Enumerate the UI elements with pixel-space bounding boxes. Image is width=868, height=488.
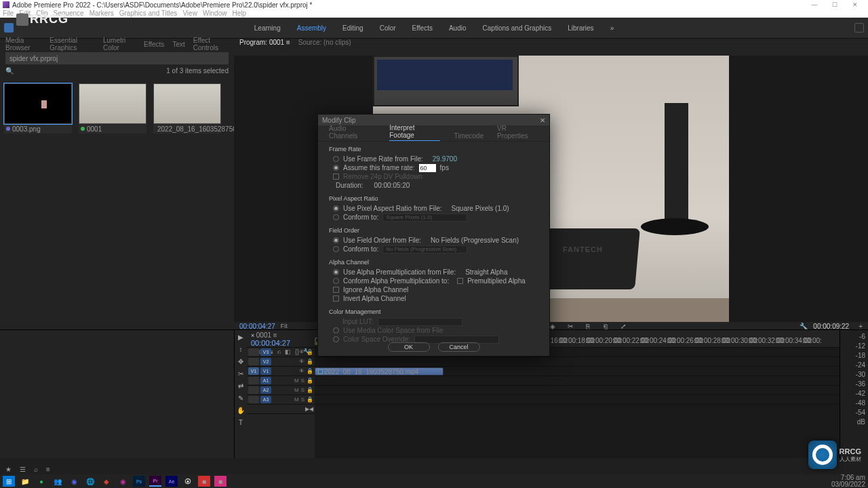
ws-assembly[interactable]: Assembly	[297, 24, 326, 32]
start-button[interactable]: ⊞	[3, 476, 15, 487]
tb-app3[interactable]: ■	[198, 476, 210, 487]
ws-captions[interactable]: Captions and Graphics	[483, 24, 552, 32]
radio-fps-assume[interactable]	[333, 165, 339, 171]
system-clock[interactable]: 7:06 am 03/09/2022	[831, 474, 865, 488]
menu-view[interactable]: View	[182, 9, 197, 18]
track-header-v2[interactable]: V2👁🔒	[247, 357, 315, 367]
dialog-close-icon[interactable]: ✕	[540, 117, 545, 124]
tb-premiere[interactable]: Pr	[149, 476, 161, 487]
tab-audio-channels[interactable]: Audio Channels	[329, 125, 376, 141]
track-lanes[interactable]: 2022_08_16_1603528750.mp4	[315, 348, 840, 458]
menu-file[interactable]: File	[3, 9, 14, 18]
program-tabs: Program: 0001 ≡ Source: (no clips)	[234, 39, 868, 46]
tab-program[interactable]: Program: 0001 ≡	[239, 39, 290, 46]
maximize-button[interactable]: ☐	[825, 1, 845, 8]
bin-breadcrumb[interactable]: spider vfx.prproj	[5, 52, 229, 64]
sort-icon[interactable]: ≡	[46, 466, 50, 473]
search-icon[interactable]: 🔍	[5, 67, 14, 75]
radio-field-file[interactable]	[333, 237, 339, 243]
track-header-v3[interactable]: V3👁🔒	[247, 348, 315, 357]
tb-chrome[interactable]: 🌐	[84, 476, 96, 487]
hand-tool[interactable]: ✋	[237, 406, 245, 414]
tb-aftereffects[interactable]: Ae	[165, 476, 178, 487]
tb-app1[interactable]: ◆	[100, 476, 113, 487]
ws-audio[interactable]: Audio	[449, 24, 467, 32]
tab-timecode[interactable]: Timecode	[454, 132, 484, 141]
ws-libraries[interactable]: Libraries	[568, 24, 593, 32]
menu-window[interactable]: Window	[203, 9, 227, 18]
menu-graphics[interactable]: Graphics and Titles	[119, 9, 178, 18]
tab-source[interactable]: Source: (no clips)	[298, 39, 351, 46]
tb-explorer[interactable]: 📁	[19, 476, 31, 487]
tb-photoshop[interactable]: Ps	[133, 476, 145, 487]
project-item[interactable]: 0003.png	[4, 83, 72, 134]
list-view-icon[interactable]: ★	[5, 466, 12, 473]
menu-markers[interactable]: Markers	[90, 9, 114, 18]
track-select-tool[interactable]: ↕	[237, 345, 245, 353]
radio-field-conform[interactable]	[333, 246, 339, 252]
check-invert-alpha[interactable]	[333, 296, 339, 302]
tb-app4[interactable]: ■	[214, 476, 226, 487]
radio-par-conform[interactable]	[333, 214, 339, 220]
settings-icon[interactable]: 🔧	[800, 323, 808, 330]
tab-text[interactable]: Text	[172, 41, 184, 48]
assume-fps-input[interactable]	[419, 164, 436, 172]
ok-button[interactable]: OK	[388, 342, 430, 352]
export-icon[interactable]	[854, 23, 864, 33]
fit-dropdown[interactable]: Fit	[281, 323, 288, 329]
track-header-a3[interactable]: A3MS🔒	[247, 395, 315, 405]
playhead-timecode-tl[interactable]: 00:00:04:27	[251, 339, 311, 347]
track-header-a2[interactable]: A2MS🔒	[247, 386, 315, 395]
track-header-v1[interactable]: V1V1👁🔒	[247, 367, 315, 376]
home-button[interactable]	[4, 23, 14, 33]
radio-alpha-file[interactable]	[333, 269, 339, 275]
audio-meter: -6 -12 -18 -24 -30 -36 -42 -48 -54 dB	[840, 330, 868, 458]
playhead-timecode[interactable]: 00:00:04:27	[239, 323, 275, 330]
tb-unreal[interactable]: ⦿	[182, 476, 194, 487]
track-header-a1[interactable]: A1MS🔒	[247, 376, 315, 386]
check-premult[interactable]	[457, 278, 463, 284]
tb-spotify[interactable]: ●	[35, 476, 47, 487]
ws-effects[interactable]: Effects	[412, 24, 433, 32]
pen-tool[interactable]: ✎	[237, 394, 245, 402]
tb-app2[interactable]: ◉	[117, 476, 129, 487]
tb-teams[interactable]: 👥	[52, 476, 64, 487]
fx-badge-icon	[318, 369, 323, 374]
project-panel: Media Browser Essential Graphics Lumetri…	[0, 38, 234, 329]
radio-par-file[interactable]	[333, 205, 339, 211]
ws-overflow[interactable]: »	[610, 24, 614, 32]
check-ignore-alpha[interactable]	[333, 287, 339, 293]
slip-tool[interactable]: ⇄	[237, 382, 245, 390]
selection-tool[interactable]: ▶	[237, 333, 245, 341]
ws-color[interactable]: Color	[380, 24, 396, 32]
add-button-icon[interactable]: +	[859, 323, 863, 330]
section-frame-rate: Frame Rate	[329, 146, 538, 152]
razor-tool[interactable]: ✂	[237, 369, 245, 378]
tab-vr-properties[interactable]: VR Properties	[497, 125, 538, 141]
tb-discord[interactable]: ◉	[68, 476, 80, 487]
sequence-tab[interactable]: × 0001 ≡	[251, 331, 311, 339]
check-remove-pulldown	[333, 174, 339, 180]
icon-view-icon[interactable]: ☰	[20, 466, 26, 473]
minimize-button[interactable]: —	[804, 1, 825, 8]
timeline-tools: ▶ ↕ ✥ ✂ ⇄ ✎ ✋ T	[235, 330, 247, 458]
radio-fps-file[interactable]	[333, 156, 339, 162]
ripple-tool[interactable]: ✥	[237, 357, 245, 365]
freeform-icon[interactable]: ⌕	[34, 466, 38, 473]
type-tool[interactable]: T	[237, 418, 245, 426]
tab-effects[interactable]: Effects	[144, 41, 164, 48]
label-chip	[6, 127, 10, 131]
project-item[interactable]: 2022_08_16_1603528750.mp4	[153, 83, 221, 134]
project-item[interactable]: 0001	[79, 83, 146, 134]
radio-alpha-conform[interactable]	[333, 278, 339, 284]
ws-editing[interactable]: Editing	[342, 24, 363, 32]
frame-mattext: FANTECH	[563, 245, 603, 253]
menu-help[interactable]: Help	[232, 9, 246, 18]
ws-learning[interactable]: Learning	[254, 24, 281, 32]
tab-interpret-footage[interactable]: Interpret Footage	[389, 124, 440, 141]
cancel-button[interactable]: Cancel	[438, 342, 480, 352]
label-chip	[81, 127, 85, 131]
field-conform-select: No Fields (Progressive Scan)	[382, 245, 467, 253]
close-button[interactable]: ✕	[845, 1, 865, 8]
video-clip[interactable]: 2022_08_16_1603528750.mp4	[315, 367, 443, 375]
